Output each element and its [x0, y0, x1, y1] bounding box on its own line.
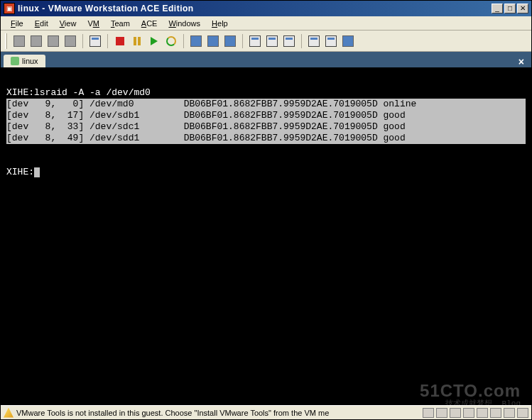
window-controls: _ □ ✕ — [492, 4, 528, 13]
tray-icon[interactable] — [490, 408, 501, 418]
play-button[interactable] — [146, 33, 162, 49]
stop-button[interactable] — [112, 33, 128, 49]
status-message: VMware Tools is not installed in this gu… — [16, 409, 423, 417]
menubar: File Edit View VM Team ACE Windows Help — [1, 16, 531, 31]
toolbar-btn-4[interactable] — [63, 33, 78, 49]
close-button[interactable]: ✕ — [517, 4, 528, 13]
play-icon — [151, 37, 158, 45]
tray-icon[interactable] — [423, 408, 434, 418]
toolbar-separator — [301, 34, 302, 48]
watermark: 51CTO.com — [420, 385, 521, 397]
generic-icon — [31, 35, 42, 47]
manage-icon — [224, 35, 236, 47]
stop-icon — [116, 37, 124, 45]
snapshot-icon — [190, 35, 202, 47]
minimize-button[interactable]: _ — [492, 4, 503, 13]
pause-icon — [134, 37, 141, 45]
terminal-console[interactable]: XIHE:lsraid -A -a /dev/md0 [dev 9, 0] /d… — [1, 67, 531, 418]
console-button[interactable] — [264, 33, 280, 49]
toolbar-separator — [242, 34, 243, 48]
cursor-icon — [34, 167, 40, 177]
generic-icon — [89, 35, 101, 47]
sidebar-icon — [249, 35, 261, 47]
appliance-button[interactable] — [340, 33, 356, 49]
generic-icon — [65, 35, 76, 47]
pause-button[interactable] — [129, 33, 145, 49]
revert-button[interactable] — [205, 33, 221, 49]
app-icon: ▣ — [4, 3, 15, 14]
appliance-icon — [342, 35, 354, 47]
tab-label: linux — [22, 57, 38, 65]
terminal-row: [dev 8, 49] /dev/sdd1 DB06BF01.8682FBB7.… — [6, 133, 526, 144]
console-icon — [266, 35, 278, 47]
generic-icon — [13, 35, 25, 47]
cycle-icon — [166, 36, 176, 46]
toolbar-separator — [183, 34, 184, 48]
warning-icon — [4, 408, 13, 418]
toolbar-btn-1[interactable] — [11, 33, 27, 49]
toolbar-separator — [82, 34, 83, 48]
terminal-row: [dev 8, 33] /dev/sdc1 DB06BF01.8682FBB7.… — [6, 121, 526, 133]
terminal-row: [dev 8, 17] /dev/sdb1 DB06BF01.8682FBB7.… — [6, 110, 526, 121]
menu-edit[interactable]: Edit — [29, 18, 54, 29]
fullscreen-button[interactable] — [281, 33, 297, 49]
toolbar-separator — [107, 34, 108, 48]
menu-vm[interactable]: VM — [82, 18, 105, 29]
toolbar-btn-2[interactable] — [28, 33, 44, 49]
summary-button[interactable] — [323, 33, 339, 49]
toolbar-grip — [5, 33, 7, 49]
status-tray — [423, 408, 528, 418]
menu-view[interactable]: View — [54, 18, 82, 29]
tab-strip: linux × — [1, 52, 531, 67]
fullscreen-icon — [283, 35, 295, 47]
tray-icon[interactable] — [477, 408, 488, 418]
tray-icon[interactable] — [504, 408, 515, 418]
manage-button[interactable] — [222, 33, 238, 49]
generic-icon — [48, 35, 59, 47]
tray-icon[interactable] — [517, 408, 528, 418]
menu-team[interactable]: Team — [105, 18, 136, 29]
tab-linux[interactable]: linux — [4, 55, 45, 67]
tray-icon[interactable] — [463, 408, 474, 418]
sidebar-button[interactable] — [247, 33, 263, 49]
tray-icon[interactable] — [450, 408, 461, 418]
vm-icon — [11, 57, 19, 65]
toolbar-btn-3[interactable] — [45, 33, 61, 49]
titlebar: ▣ linux - VMware Workstation ACE Edition… — [1, 1, 531, 16]
snapshot-button[interactable] — [188, 33, 204, 49]
toolbar-btn-5[interactable] — [87, 33, 103, 49]
tab-close-button[interactable]: × — [514, 56, 528, 67]
summary-icon — [325, 35, 337, 47]
unity-icon — [308, 35, 320, 47]
revert-icon — [207, 35, 219, 47]
maximize-button[interactable]: □ — [504, 4, 516, 13]
terminal-command: XIHE:lsraid -A -a /dev/md0 — [6, 87, 151, 98]
terminal-prompt: XIHE: — [6, 167, 34, 177]
cycle-button[interactable] — [163, 33, 179, 49]
menu-windows[interactable]: Windows — [163, 18, 206, 29]
unity-button[interactable] — [306, 33, 322, 49]
toolbar — [1, 31, 531, 52]
menu-ace[interactable]: ACE — [136, 18, 163, 29]
statusbar: VMware Tools is not installed in this gu… — [1, 405, 531, 419]
menu-help[interactable]: Help — [206, 18, 234, 29]
tray-icon[interactable] — [436, 408, 447, 418]
terminal-row: [dev 9, 0] /dev/md0 DB06BF01.8682FBB7.99… — [6, 99, 526, 110]
menu-file[interactable]: File — [5, 18, 29, 29]
window-title: linux - VMware Workstation ACE Edition — [18, 4, 492, 13]
